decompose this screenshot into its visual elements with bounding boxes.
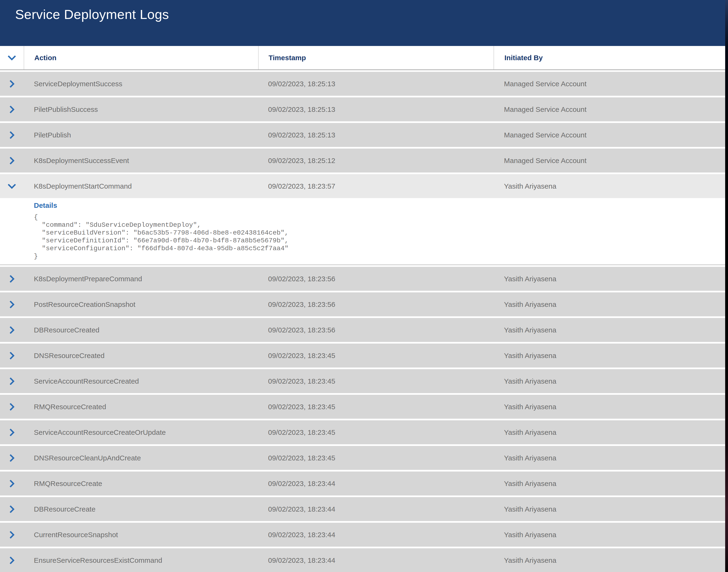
- action-cell: PiletPublishSuccess: [34, 105, 98, 114]
- details-json: { "command": "SduServiceDeploymentDeploy…: [34, 213, 711, 260]
- timestamp-cell: 09/02/2023, 18:25:13: [268, 131, 335, 139]
- table-row[interactable]: RMQResourceCreate 09/02/2023, 18:23:44 Y…: [0, 472, 725, 495]
- initiated-by-cell: Yasith Ariyasena: [504, 403, 556, 411]
- column-header-action[interactable]: Action: [24, 46, 258, 69]
- action-cell: PiletPublish: [34, 131, 71, 139]
- chevron-right-icon: [9, 80, 14, 88]
- chevron-down-icon: [8, 55, 16, 60]
- table-row[interactable]: ServiceAccountResourceCreated 09/02/2023…: [0, 369, 725, 393]
- timestamp-cell: 09/02/2023, 18:23:56: [268, 275, 335, 283]
- table-row[interactable]: ServiceAccountResourceCreateOrUpdate 09/…: [0, 420, 725, 444]
- initiated-by-cell: Yasith Ariyasena: [504, 505, 556, 513]
- action-cell: EnsureServiceResourcesExistCommand: [34, 556, 162, 564]
- action-cell: RMQResourceCreated: [34, 403, 106, 411]
- timestamp-cell: 09/02/2023, 18:23:44: [268, 531, 335, 539]
- chevron-right-icon: [9, 505, 14, 513]
- action-cell: CurrentResourceSnapshot: [34, 531, 118, 539]
- row-expand-toggle[interactable]: [0, 497, 24, 521]
- initiated-by-cell: Managed Service Account: [504, 80, 587, 88]
- action-cell: K8sDeploymentSuccessEvent: [34, 157, 129, 165]
- initiated-by-cell: Managed Service Account: [504, 131, 587, 139]
- table-row[interactable]: PostResourceCreationSnapshot 09/02/2023,…: [0, 292, 725, 316]
- timestamp-cell: 09/02/2023, 18:25:13: [268, 105, 335, 114]
- timestamp-cell: 09/02/2023, 18:23:45: [268, 403, 335, 411]
- action-cell: K8sDeploymentPrepareCommand: [34, 275, 142, 283]
- timestamp-cell: 09/02/2023, 18:23:44: [268, 505, 335, 513]
- column-header-timestamp[interactable]: Timestamp: [258, 46, 494, 69]
- chevron-right-icon: [9, 300, 14, 308]
- table-row[interactable]: PiletPublishSuccess 09/02/2023, 18:25:13…: [0, 97, 725, 121]
- table-row[interactable]: DBResourceCreate 09/02/2023, 18:23:44 Ya…: [0, 497, 725, 521]
- column-header-label: Action: [34, 54, 56, 62]
- table-row[interactable]: K8sDeploymentPrepareCommand 09/02/2023, …: [0, 267, 725, 291]
- action-cell: K8sDeploymentStartCommand: [34, 182, 132, 190]
- chevron-right-icon: [9, 275, 14, 283]
- row-expand-toggle[interactable]: [0, 344, 24, 367]
- row-expand-toggle[interactable]: [0, 523, 24, 547]
- row-expand-toggle[interactable]: [0, 548, 24, 572]
- table-row[interactable]: EnsureServiceResourcesExistCommand 09/02…: [0, 548, 725, 572]
- chevron-right-icon: [9, 531, 14, 539]
- action-cell: ServiceAccountResourceCreated: [34, 377, 139, 385]
- table-row[interactable]: RMQResourceCreated 09/02/2023, 18:23:45 …: [0, 395, 725, 419]
- timestamp-cell: 09/02/2023, 18:23:45: [268, 454, 335, 462]
- initiated-by-cell: Yasith Ariyasena: [504, 531, 556, 539]
- chevron-right-icon: [9, 326, 14, 334]
- row-expand-toggle[interactable]: [0, 123, 24, 147]
- table-row[interactable]: CurrentResourceSnapshot 09/02/2023, 18:2…: [0, 523, 725, 547]
- expand-all-control[interactable]: [0, 46, 24, 69]
- column-header-initiated-by[interactable]: Initiated By: [494, 46, 725, 69]
- row-expand-toggle[interactable]: [0, 72, 24, 96]
- service-deployment-logs-app: Service Deployment Logs Action Timestamp…: [0, 0, 728, 572]
- table-row[interactable]: DNSResourceCreated 09/02/2023, 18:23:45 …: [0, 344, 725, 367]
- table-row[interactable]: PiletPublish 09/02/2023, 18:25:13 Manage…: [0, 123, 725, 147]
- initiated-by-cell: Yasith Ariyasena: [504, 300, 556, 308]
- timestamp-cell: 09/02/2023, 18:23:56: [268, 326, 335, 334]
- page-title: Service Deployment Logs: [0, 0, 725, 22]
- row-expand-toggle[interactable]: [0, 420, 24, 444]
- row-expand-toggle[interactable]: [0, 292, 24, 316]
- chevron-right-icon: [9, 556, 14, 564]
- timestamp-cell: 09/02/2023, 18:25:12: [268, 157, 335, 165]
- row-expand-toggle[interactable]: [0, 369, 24, 393]
- action-cell: ServiceAccountResourceCreateOrUpdate: [34, 428, 166, 436]
- table-row[interactable]: K8sDeploymentStartCommand 09/02/2023, 18…: [0, 174, 725, 198]
- initiated-by-cell: Yasith Ariyasena: [504, 377, 556, 385]
- chevron-right-icon: [9, 454, 14, 462]
- details-panel: Details { "command": "SduServiceDeployme…: [0, 198, 725, 265]
- timestamp-cell: 09/02/2023, 18:23:57: [268, 182, 335, 190]
- timestamp-cell: 09/02/2023, 18:25:13: [268, 80, 335, 88]
- action-cell: RMQResourceCreate: [34, 480, 102, 488]
- initiated-by-cell: Yasith Ariyasena: [504, 454, 556, 462]
- log-rows-list: ServiceDeploymentSuccess 09/02/2023, 18:…: [0, 72, 725, 572]
- row-expand-toggle[interactable]: [0, 472, 24, 495]
- chevron-right-icon: [9, 157, 14, 165]
- row-expand-toggle[interactable]: [0, 318, 24, 342]
- table-row[interactable]: K8sDeploymentSuccessEvent 09/02/2023, 18…: [0, 149, 725, 172]
- action-cell: DBResourceCreate: [34, 505, 95, 513]
- row-expand-toggle[interactable]: [0, 174, 24, 198]
- row-expand-toggle[interactable]: [0, 97, 24, 121]
- chevron-right-icon: [9, 352, 14, 360]
- table-header-row: Action Timestamp Initiated By: [0, 46, 725, 70]
- chevron-right-icon: [9, 105, 14, 114]
- row-expand-toggle[interactable]: [0, 149, 24, 172]
- table-row[interactable]: DBResourceCreated 09/02/2023, 18:23:56 Y…: [0, 318, 725, 342]
- action-cell: DNSResourceCleanUpAndCreate: [34, 454, 141, 462]
- row-expand-toggle[interactable]: [0, 267, 24, 291]
- row-expand-toggle[interactable]: [0, 446, 24, 470]
- action-cell: DBResourceCreated: [34, 326, 99, 334]
- action-cell: ServiceDeploymentSuccess: [34, 80, 123, 88]
- initiated-by-cell: Yasith Ariyasena: [504, 326, 556, 334]
- initiated-by-cell: Yasith Ariyasena: [504, 182, 556, 190]
- table-row[interactable]: ServiceDeploymentSuccess 09/02/2023, 18:…: [0, 72, 725, 96]
- row-expand-toggle[interactable]: [0, 395, 24, 419]
- chevron-right-icon: [9, 403, 14, 411]
- timestamp-cell: 09/02/2023, 18:23:44: [268, 480, 335, 488]
- action-cell: PostResourceCreationSnapshot: [34, 300, 136, 308]
- chevron-right-icon: [9, 377, 14, 385]
- timestamp-cell: 09/02/2023, 18:23:44: [268, 556, 335, 564]
- table-row[interactable]: DNSResourceCleanUpAndCreate 09/02/2023, …: [0, 446, 725, 470]
- timestamp-cell: 09/02/2023, 18:23:45: [268, 352, 335, 360]
- column-header-label: Initiated By: [504, 54, 543, 62]
